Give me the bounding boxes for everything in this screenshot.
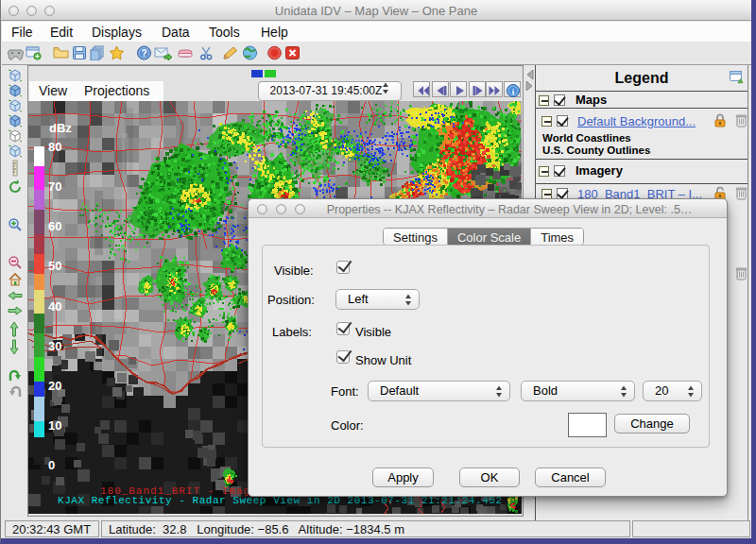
svg-text:20: 20 <box>48 379 61 393</box>
svg-text:80: 80 <box>48 140 61 154</box>
svg-text:dBz: dBz <box>49 121 72 135</box>
svg-text:?: ? <box>141 48 146 59</box>
svg-text:10: 10 <box>48 418 61 433</box>
svg-text:30: 30 <box>48 339 61 353</box>
svg-text:70: 70 <box>48 179 61 194</box>
svg-text:60: 60 <box>48 219 61 233</box>
svg-text:0: 0 <box>48 458 55 472</box>
svg-text:50: 50 <box>48 259 61 273</box>
svg-text:40: 40 <box>48 299 61 314</box>
